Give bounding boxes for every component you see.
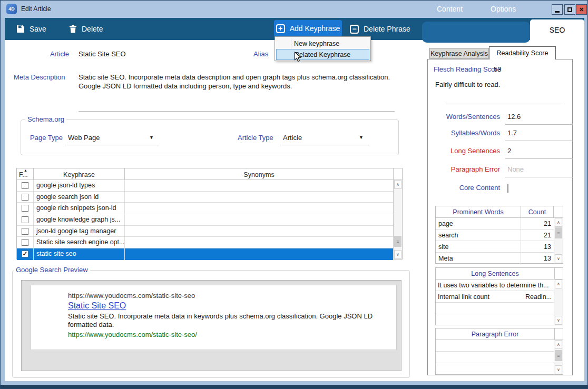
meta-description-underline xyxy=(79,111,395,112)
table-row[interactable]: google rich snippets json-ld xyxy=(17,203,393,214)
keyphrase-menu: New keyphrase Related Keyphrase xyxy=(275,36,371,61)
close-button[interactable]: ✕ xyxy=(576,4,587,15)
row-checkbox[interactable] xyxy=(22,205,28,212)
table-row[interactable]: search21 xyxy=(436,230,554,241)
word-cell: site xyxy=(436,241,521,252)
sentence-cell: It uses two variables to determine th... xyxy=(436,282,552,289)
row-checkbox[interactable] xyxy=(22,216,28,223)
table-row[interactable]: google knowledge graph js... xyxy=(17,214,393,226)
table-row[interactable] xyxy=(436,314,554,326)
preview-title-link[interactable]: Static Site SEO xyxy=(68,301,126,311)
field-underline xyxy=(505,177,573,177)
scroll-thumb[interactable]: ≡ xyxy=(555,350,562,361)
page-type-select[interactable]: Web Page xyxy=(68,134,100,142)
synonyms-cell xyxy=(125,180,393,191)
preview-url-green: https://www.youdocms.com/static-site-seo… xyxy=(68,331,379,338)
window-bottom-edge xyxy=(1,385,587,388)
table-scrollbar[interactable]: ∧ ≡ ∨ xyxy=(554,218,563,263)
tab-readability-score[interactable]: Readability Score xyxy=(489,46,556,59)
scroll-up-button[interactable]: ∧ xyxy=(555,340,562,349)
scroll-down-button[interactable]: ∨ xyxy=(394,250,401,259)
tab-options[interactable]: Options xyxy=(491,5,516,13)
field-underline xyxy=(505,158,573,159)
keyphrase-cell: json-ld google tag manager xyxy=(34,226,125,237)
table-row[interactable]: Internal link countReadin... xyxy=(436,291,554,303)
article-value[interactable]: Static Site SEO xyxy=(79,50,126,58)
table-row[interactable]: google json-ld types xyxy=(17,180,393,192)
minimize-button[interactable] xyxy=(552,4,563,15)
save-button[interactable]: Save xyxy=(16,18,46,40)
row-checkbox[interactable] xyxy=(22,182,28,189)
menu-item-related-keyphrase[interactable]: Related Keyphrase xyxy=(276,49,369,60)
floppy-disk-icon xyxy=(16,25,25,33)
article-type-select[interactable]: Article xyxy=(283,134,302,142)
add-keyphrase-label: Add Keyphrase xyxy=(290,24,340,33)
article-type-label: Article Type xyxy=(238,134,273,142)
table-row[interactable]: page21 xyxy=(436,218,554,230)
add-keyphrase-button[interactable]: + Add Keyphrase xyxy=(274,20,342,37)
paragraph-error-label: Paragraph Error xyxy=(422,165,500,173)
column-header-count[interactable]: Count xyxy=(521,206,554,217)
long-sentences-value: 2 xyxy=(507,147,511,155)
chevron-down-icon[interactable]: ▼ xyxy=(359,135,364,140)
keyphrase-cell: static site seo xyxy=(34,248,125,260)
column-header-keyphrase[interactable]: Keyphrase xyxy=(34,168,125,179)
column-header-paragraph-error[interactable]: Paragraph Error xyxy=(436,328,555,340)
table-row[interactable]: It uses two variables to determine th... xyxy=(436,280,554,291)
keyphrase-cell: google search json ld xyxy=(34,192,125,203)
menu-item-new-keyphrase[interactable]: New keyphrase xyxy=(276,38,369,49)
synonyms-cell xyxy=(125,214,393,225)
table-row[interactable] xyxy=(436,363,554,375)
table-row[interactable]: google search json ld xyxy=(17,192,393,203)
paragraph-error-value: None xyxy=(507,165,524,173)
keyphrase-cell: Static site search engine opt... xyxy=(34,237,125,248)
tab-content[interactable]: Content xyxy=(437,5,463,13)
synonyms-cell xyxy=(125,226,393,237)
meta-description-value[interactable]: Static site SEO. Incorporate meta data d… xyxy=(79,73,397,91)
table-row[interactable]: static site seo xyxy=(17,248,393,260)
scroll-up-button[interactable]: ∧ xyxy=(555,218,562,227)
column-header-long-sentences[interactable]: Long Sentences xyxy=(436,268,555,279)
delete-label: Delete xyxy=(82,25,103,33)
column-header-synonyms[interactable]: Synonyms xyxy=(125,168,394,179)
table-row[interactable] xyxy=(436,303,554,314)
row-checkbox[interactable] xyxy=(22,251,28,257)
scroll-down-button[interactable]: ∨ xyxy=(555,316,562,325)
tab-keyphrase-analysis[interactable]: Keyphrase Analysis xyxy=(429,48,489,59)
table-row[interactable] xyxy=(436,352,554,363)
save-label: Save xyxy=(30,25,46,33)
table-row[interactable] xyxy=(436,340,554,352)
long-sentences-label: Long Sentences xyxy=(422,147,500,155)
scroll-down-button[interactable]: ∨ xyxy=(555,365,562,374)
core-content-label: Core Content xyxy=(422,184,500,192)
flesch-reading-score-value: 53 xyxy=(494,65,501,73)
keyphrase-cell: google knowledge graph js... xyxy=(34,214,125,225)
row-checkbox[interactable] xyxy=(22,228,28,235)
scroll-up-button[interactable]: ∧ xyxy=(555,280,562,288)
core-content-checkbox[interactable] xyxy=(507,184,508,193)
delete-button[interactable]: Delete xyxy=(69,18,103,40)
table-row[interactable]: Static site search engine opt... xyxy=(17,237,393,248)
table-scrollbar[interactable]: ∧ ≡ ∨ xyxy=(554,340,563,374)
scroll-thumb[interactable]: ≡ xyxy=(555,227,562,238)
row-checkbox[interactable] xyxy=(22,194,28,201)
scroll-up-button[interactable]: ∧ xyxy=(394,180,401,189)
page-type-label: Page Type xyxy=(30,134,63,142)
table-scrollbar[interactable]: ∧ ∨ xyxy=(554,280,563,325)
column-header-flag[interactable]: ▲ F... xyxy=(17,168,34,179)
words-sentences-value: 12.6 xyxy=(507,113,521,121)
chevron-down-icon[interactable]: ▼ xyxy=(149,135,154,140)
table-row[interactable]: Meta13 xyxy=(436,253,554,264)
maximize-button[interactable] xyxy=(564,4,575,15)
paragraph-error-table: Paragraph Error ∧ ≡ ∨ xyxy=(435,328,563,375)
row-checkbox[interactable] xyxy=(22,239,28,246)
tab-seo[interactable]: SEO xyxy=(530,19,584,43)
column-header-prominent-words[interactable]: Prominent Words xyxy=(436,206,521,217)
keyphrase-table: ▲ F... Keyphrase Synonyms google json-ld… xyxy=(16,168,403,260)
table-scrollbar[interactable]: ∧ ≡ ∨ xyxy=(393,180,402,259)
table-row[interactable]: site13 xyxy=(436,241,554,253)
preview-description: Static site SEO. Incorporate meta data i… xyxy=(68,312,379,330)
table-row[interactable]: json-ld google tag manager xyxy=(17,226,393,237)
scroll-down-button[interactable]: ∨ xyxy=(555,254,562,263)
scroll-thumb[interactable]: ≡ xyxy=(394,236,401,247)
